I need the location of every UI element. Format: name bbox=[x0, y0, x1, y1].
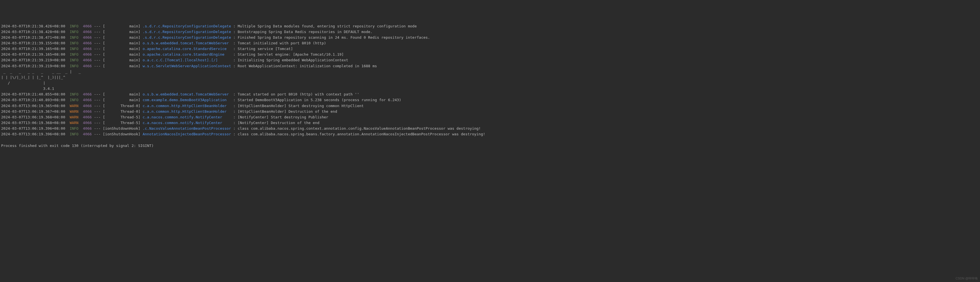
log-separator: --- bbox=[92, 104, 103, 108]
log-timestamp: 2024-03-07T13:06:19.396+08:00 bbox=[1, 132, 65, 136]
log-logger: o.apache.catalina.core.StandardEngine bbox=[143, 52, 231, 56]
log-separator: --- bbox=[92, 30, 103, 34]
log-message: Tomcat started on port 8010 (http) with … bbox=[238, 92, 359, 96]
log-thread: [ Thread-0] bbox=[103, 104, 140, 108]
log-line: 2024-03-07T13:06:19.396+08:00 INFO 4066 … bbox=[1, 131, 979, 137]
log-separator: --- bbox=[92, 115, 103, 119]
log-line: 2024-03-07T10:21:39.165+08:00 INFO 4066 … bbox=[1, 46, 979, 52]
log-colon: : bbox=[231, 132, 237, 136]
log-line: 2024-03-07T13:06:19.367+08:00 WARN 4066 … bbox=[1, 109, 979, 115]
log-thread: [ main] bbox=[103, 41, 140, 45]
log-level: WARN bbox=[70, 115, 81, 119]
log-logger: w.s.c.ServletWebServerApplicationContext bbox=[143, 64, 231, 68]
log-logger: .s.d.r.c.RepositoryConfigurationDelegate bbox=[143, 24, 231, 28]
log-thread: [ main] bbox=[103, 64, 140, 68]
log-line: 2024-03-07T10:21:39.219+08:00 INFO 4066 … bbox=[1, 63, 979, 69]
log-line: 2024-03-07T10:21:40.893+08:00 INFO 4066 … bbox=[1, 97, 979, 103]
log-line: 2024-03-07T13:06:19.365+08:00 WARN 4066 … bbox=[1, 103, 979, 109]
log-thread: [ Thread-5] bbox=[103, 115, 140, 119]
banner-line: | | |\/|_)(_| | |_^ |_)|||_^ bbox=[1, 75, 65, 80]
log-separator: --- bbox=[92, 41, 103, 45]
log-line: 2024-03-07T13:06:19.368+08:00 WARN 4066 … bbox=[1, 115, 979, 120]
log-colon: : bbox=[231, 41, 237, 45]
log-pid: 4066 bbox=[83, 64, 92, 68]
log-pid: 4066 bbox=[83, 92, 92, 96]
log-pid: 4066 bbox=[83, 47, 92, 51]
console-output[interactable]: 2024-03-07T10:21:38.426+08:00 INFO 4066 … bbox=[1, 24, 979, 149]
log-pid: 4066 bbox=[83, 52, 92, 56]
log-pid: 4066 bbox=[83, 58, 92, 62]
log-separator: --- bbox=[92, 126, 103, 131]
log-separator: --- bbox=[92, 64, 103, 68]
log-level: INFO bbox=[70, 132, 81, 136]
log-logger: o.s.b.w.embedded.tomcat.TomcatWebServer bbox=[143, 92, 231, 96]
log-message: class com.alibaba.nacos.spring.beans.fac… bbox=[238, 132, 485, 136]
log-level: INFO bbox=[70, 30, 81, 34]
log-colon: : bbox=[231, 98, 237, 102]
log-level: WARN bbox=[70, 121, 81, 125]
process-exit-message: Process finished with exit code 130 (int… bbox=[1, 143, 154, 148]
log-colon: : bbox=[231, 121, 237, 125]
log-timestamp: 2024-03-07T10:21:39.165+08:00 bbox=[1, 47, 65, 51]
log-logger: .c.NacosValueAnnotationBeanPostProcessor bbox=[143, 126, 231, 131]
log-timestamp: 2024-03-07T10:21:39.219+08:00 bbox=[1, 64, 65, 68]
log-timestamp: 2024-03-07T10:21:38.471+08:00 bbox=[1, 35, 65, 40]
log-separator: --- bbox=[92, 121, 103, 125]
log-logger: c.a.n.common.http.HttpClientBeanHolder bbox=[143, 109, 231, 113]
log-timestamp: 2024-03-07T13:06:19.396+08:00 bbox=[1, 126, 65, 131]
log-separator: --- bbox=[92, 132, 103, 136]
log-timestamp: 2024-03-07T10:21:40.893+08:00 bbox=[1, 98, 65, 102]
log-colon: : bbox=[231, 126, 237, 131]
log-message: Starting Servlet engine: [Apache Tomcat/… bbox=[238, 52, 344, 56]
log-logger: o.apache.catalina.core.StandardService bbox=[143, 47, 231, 51]
log-timestamp: 2024-03-07T13:06:19.368+08:00 bbox=[1, 115, 65, 119]
log-line: 2024-03-07T10:21:38.426+08:00 INFO 4066 … bbox=[1, 24, 979, 29]
log-timestamp: 2024-03-07T10:21:38.428+08:00 bbox=[1, 30, 65, 34]
log-thread: [ Thread-0] bbox=[103, 109, 140, 113]
log-separator: --- bbox=[92, 98, 103, 102]
log-timestamp: 2024-03-07T10:21:39.165+08:00 bbox=[1, 52, 65, 56]
log-colon: : bbox=[231, 104, 237, 108]
log-thread: [ionShutdownHook] bbox=[103, 132, 140, 136]
log-logger: o.s.b.w.embedded.tomcat.TomcatWebServer bbox=[143, 41, 231, 45]
log-logger: c.a.nacos.common.notify.NotifyCenter bbox=[143, 121, 231, 125]
log-timestamp: 2024-03-07T13:06:19.365+08:00 bbox=[1, 104, 65, 108]
log-logger: .s.d.r.c.RepositoryConfigurationDelegate bbox=[143, 35, 231, 40]
log-timestamp: 2024-03-07T13:06:19.367+08:00 bbox=[1, 109, 65, 113]
log-thread: [ main] bbox=[103, 47, 140, 51]
log-separator: --- bbox=[92, 47, 103, 51]
log-logger: AnnotationNacosInjectedBeanPostProcessor bbox=[143, 132, 231, 136]
banner-version: 3.4.1 bbox=[1, 86, 54, 91]
log-message: Started DemoBootV3Application in 5.238 s… bbox=[238, 98, 401, 102]
log-level: INFO bbox=[70, 64, 81, 68]
log-pid: 4066 bbox=[83, 109, 92, 113]
log-level: INFO bbox=[70, 35, 81, 40]
log-pid: 4066 bbox=[83, 115, 92, 119]
log-colon: : bbox=[231, 109, 237, 113]
log-line: 2024-03-07T10:21:39.165+08:00 INFO 4066 … bbox=[1, 52, 979, 57]
log-level: INFO bbox=[70, 126, 81, 131]
log-thread: [ Thread-5] bbox=[103, 121, 140, 125]
log-colon: : bbox=[231, 115, 237, 119]
log-level: INFO bbox=[70, 24, 81, 28]
log-message: [HttpClientBeanHolder] Destruction of th… bbox=[238, 109, 337, 113]
log-colon: : bbox=[231, 58, 237, 62]
log-colon: : bbox=[231, 64, 237, 68]
log-line: 2024-03-07T13:06:19.396+08:00 INFO 4066 … bbox=[1, 126, 979, 131]
log-message: Bootstrapping Spring Data Redis reposito… bbox=[238, 30, 372, 34]
log-logger: com.example.demo.DemoBootV3Application bbox=[143, 98, 231, 102]
log-line: 2024-03-07T10:21:39.219+08:00 INFO 4066 … bbox=[1, 57, 979, 63]
log-message: [NotifyCenter] Destruction of the end bbox=[238, 121, 320, 125]
log-colon: : bbox=[231, 35, 237, 40]
log-message: [HttpClientBeanHolder] Start destroying … bbox=[238, 104, 364, 108]
log-separator: --- bbox=[92, 92, 103, 96]
log-thread: [ main] bbox=[103, 24, 140, 28]
log-thread: [ main] bbox=[103, 35, 140, 40]
log-separator: --- bbox=[92, 24, 103, 28]
log-pid: 4066 bbox=[83, 121, 92, 125]
log-message: class com.alibaba.nacos.spring.context.a… bbox=[238, 126, 481, 131]
log-line: 2024-03-07T13:06:19.368+08:00 WARN 4066 … bbox=[1, 120, 979, 126]
log-colon: : bbox=[231, 52, 237, 56]
log-message: Tomcat initialized with port 8010 (http) bbox=[238, 41, 326, 45]
log-timestamp: 2024-03-07T10:21:39.155+08:00 bbox=[1, 41, 65, 45]
